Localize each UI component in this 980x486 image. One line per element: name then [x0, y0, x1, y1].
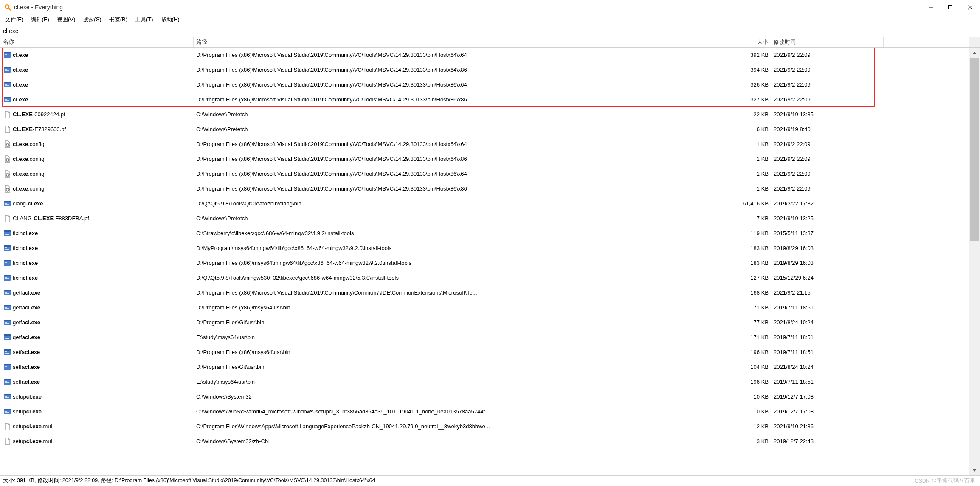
maximize-button[interactable]	[941, 0, 960, 14]
config-icon	[3, 155, 11, 163]
exe-icon	[3, 333, 11, 342]
scroll-thumb[interactable]	[970, 58, 979, 241]
menu-item[interactable]: 视图(V)	[53, 15, 79, 24]
table-row[interactable]: CLANG-CL.EXE-F883DEBA.pfC:\Windows\Prefe…	[0, 211, 969, 226]
table-row[interactable]: fixincl.exeD:\Qt\Qt5.9.8\Tools\mingw530_…	[0, 270, 969, 285]
table-row[interactable]: cl.exe.configD:\Program Files (x86)\Micr…	[0, 166, 969, 181]
svg-rect-80	[5, 411, 7, 412]
app-window: cl.exe - Everything 文件(F)编辑(E)视图(V)搜索(S)…	[0, 0, 980, 486]
cell-path: D:\Program Files (x86)\Microsoft Visual …	[194, 141, 739, 147]
title-bar[interactable]: cl.exe - Everything	[0, 0, 980, 14]
cell-date: 2019/3/22 17:32	[771, 200, 884, 207]
table-row[interactable]: setupcl.exeC:\Windows\System3210 KB2019/…	[0, 389, 969, 404]
menu-item[interactable]: 编辑(E)	[27, 15, 53, 24]
svg-rect-37	[5, 249, 9, 250]
svg-rect-32	[5, 233, 7, 233]
cell-name: clang-cl.exe	[13, 200, 194, 207]
cell-size: 171 KB	[739, 334, 771, 340]
cell-date: 2021/9/2 22:09	[771, 52, 884, 58]
cell-name: CL.EXE-00922424.pf	[13, 111, 194, 118]
menu-item[interactable]: 书签(B)	[105, 15, 131, 24]
cell-date: 2021/9/2 22:09	[771, 156, 884, 162]
cell-date: 2019/7/11 18:51	[771, 304, 884, 311]
svg-rect-71	[4, 379, 11, 380]
cell-name: getfacl.exe	[13, 319, 194, 326]
svg-rect-20	[5, 99, 7, 100]
svg-rect-63	[4, 349, 11, 351]
svg-rect-47	[4, 290, 11, 291]
cell-path: D:\Program Files (x86)\Microsoft Visual …	[194, 52, 739, 58]
table-row[interactable]: setfacl.exeE:\study\msys64\usr\bin196 KB…	[0, 374, 969, 389]
cell-path: D:\Program Files (x86)\Microsoft Visual …	[194, 171, 739, 177]
table-row[interactable]: getfacl.exeD:\Program Files (x86)\Micros…	[0, 285, 969, 300]
table-row[interactable]: getfacl.exeD:\Program Files\Git\usr\bin7…	[0, 315, 969, 330]
cell-date: 2019/7/11 18:51	[771, 334, 884, 340]
svg-rect-48	[5, 292, 7, 293]
table-row[interactable]: setupcl.exe.muiC:\Windows\System32\zh-CN…	[0, 434, 969, 449]
cell-path: D:\Program Files (x86)\msys64\mingw64\li…	[194, 260, 739, 266]
cell-date: 2019/12/7 22:43	[771, 438, 884, 444]
table-row[interactable]: cl.exeD:\Program Files (x86)\Microsoft V…	[0, 62, 969, 77]
svg-rect-7	[4, 52, 11, 53]
cell-date: 2019/12/7 17:08	[771, 408, 884, 415]
scroll-track[interactable]	[969, 58, 980, 465]
search-input[interactable]	[0, 25, 980, 37]
cell-name: getfacl.exe	[13, 304, 194, 311]
table-row[interactable]: cl.exe.configD:\Program Files (x86)\Micr…	[0, 181, 969, 196]
cell-name: fixincl.exe	[13, 260, 194, 266]
vertical-scrollbar[interactable]	[969, 48, 980, 475]
table-row[interactable]: cl.exe.configD:\Program Files (x86)\Micr…	[0, 137, 969, 152]
chevron-up-icon	[972, 52, 977, 54]
close-button[interactable]	[960, 0, 980, 14]
menu-item[interactable]: 工具(T)	[131, 15, 157, 24]
exe-icon	[3, 66, 11, 74]
table-row[interactable]: getfacl.exeE:\study\msys64\usr\bin171 KB…	[0, 330, 969, 345]
table-row[interactable]: fixincl.exeD:\MyProgram\msys64\mingw64\l…	[0, 241, 969, 256]
table-row[interactable]: fixincl.exeC:\Strawberry\c\libexec\gcc\i…	[0, 226, 969, 241]
cell-name: CLANG-CL.EXE-F883DEBA.pf	[13, 215, 194, 222]
cell-size: 327 KB	[739, 96, 771, 103]
table-row[interactable]: cl.exe.configD:\Program Files (x86)\Micr…	[0, 152, 969, 166]
cell-name: setupcl.exe.mui	[13, 438, 194, 444]
scroll-down-button[interactable]	[969, 465, 980, 475]
table-row[interactable]: cl.exeD:\Program Files (x86)\Microsoft V…	[0, 92, 969, 107]
table-row[interactable]: setupcl.exe.muiC:\Program Files\WindowsA…	[0, 419, 969, 434]
table-row[interactable]: fixincl.exeD:\Program Files (x86)\msys64…	[0, 256, 969, 270]
minimize-button[interactable]	[921, 0, 941, 14]
column-date[interactable]: 修改时间	[771, 37, 884, 47]
column-path[interactable]: 路径	[194, 37, 739, 47]
column-size[interactable]: 大小	[739, 37, 771, 47]
cell-path: D:\Program Files (x86)\msys64\usr\bin	[194, 349, 739, 355]
chevron-down-icon	[972, 469, 977, 472]
table-row[interactable]: setfacl.exeD:\Program Files (x86)\msys64…	[0, 345, 969, 360]
table-row[interactable]: clang-cl.exeD:\Qt\Qt5.9.8\Tools\QtCreato…	[0, 196, 969, 211]
svg-rect-51	[4, 305, 11, 306]
exe-icon	[3, 289, 11, 297]
column-name[interactable]: 名称	[0, 37, 194, 47]
table-row[interactable]: cl.exeD:\Program Files (x86)\Microsoft V…	[0, 77, 969, 92]
cell-date: 2021/9/2 21:15	[771, 289, 884, 296]
cell-size: 168 KB	[739, 289, 771, 296]
exe-icon	[3, 259, 11, 267]
cell-size: 196 KB	[739, 349, 771, 355]
menu-item[interactable]: 文件(F)	[1, 15, 27, 24]
menu-item[interactable]: 搜索(S)	[79, 15, 105, 24]
table-row[interactable]: cl.exeD:\Program Files (x86)\Microsoft V…	[0, 48, 969, 62]
cell-date: 2021/9/10 21:36	[771, 423, 884, 430]
table-row[interactable]: CL.EXE-E7329600.pfC:\Windows\Prefetch6 K…	[0, 122, 969, 137]
window-title: cl.exe - Everything	[14, 4, 63, 11]
table-row[interactable]: getfacl.exeD:\Program Files (x86)\msys64…	[0, 300, 969, 315]
svg-rect-52	[5, 307, 7, 308]
svg-rect-77	[5, 397, 9, 398]
cell-path: D:\Qt\Qt5.9.8\Tools\mingw530_32\libexec\…	[194, 275, 739, 281]
scroll-up-button[interactable]	[969, 48, 980, 58]
table-row[interactable]: setfacl.exeD:\Program Files\Git\usr\bin1…	[0, 360, 969, 374]
table-row[interactable]: CL.EXE-00922424.pfC:\Windows\Prefetch22 …	[0, 107, 969, 122]
exe-icon	[3, 229, 11, 238]
cell-name: fixincl.exe	[13, 245, 194, 251]
menu-item[interactable]: 帮助(H)	[157, 15, 183, 24]
table-row[interactable]: setupcl.exeC:\Windows\WinSxS\amd64_micro…	[0, 404, 969, 419]
cell-path: E:\study\msys64\usr\bin	[194, 379, 739, 385]
cell-name: setfacl.exe	[13, 379, 194, 385]
maximize-icon	[948, 5, 952, 9]
